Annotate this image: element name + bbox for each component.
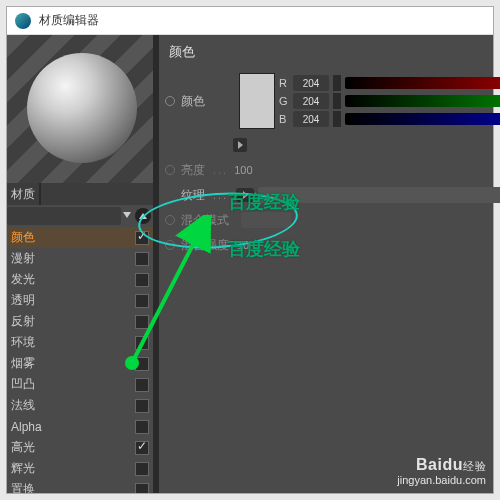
channel-label: 反射 [11, 313, 35, 330]
g-value-input[interactable]: 204 [293, 93, 329, 109]
channel-checkbox[interactable] [135, 420, 149, 434]
texture-label: 纹理 [181, 187, 205, 204]
channel-row[interactable]: 辉光 [7, 458, 155, 479]
channel-label: 颜色 [11, 229, 35, 246]
channel-label: 发光 [11, 271, 35, 288]
texture-slot[interactable] [258, 187, 500, 203]
app-icon [15, 13, 31, 29]
material-name-input[interactable] [43, 183, 155, 205]
channel-row[interactable]: 凹凸 [7, 374, 155, 395]
channel-row[interactable]: 烟雾 [7, 353, 155, 374]
b-spinner[interactable] [333, 111, 341, 127]
dots: ... [213, 189, 228, 201]
channel-checkbox[interactable] [135, 378, 149, 392]
expand-toggle-icon[interactable] [165, 96, 175, 106]
channel-label: 辉光 [11, 460, 35, 477]
channel-checkbox[interactable] [135, 273, 149, 287]
shader-row [7, 205, 155, 227]
color-model-row [233, 135, 500, 155]
rgb-row-b: B 204 [279, 111, 500, 127]
triangle-up-icon [139, 213, 147, 219]
channel-label: 透明 [11, 292, 35, 309]
g-label: G [279, 95, 293, 107]
color-label: 颜色 [181, 93, 231, 110]
blend-strength-value[interactable]: 10 [237, 239, 249, 251]
expand-toggle-icon[interactable] [165, 240, 175, 250]
g-slider[interactable] [345, 95, 500, 107]
nav-button[interactable] [135, 208, 151, 224]
channel-row[interactable]: 置换 [7, 479, 155, 493]
texture-row: 纹理 ... [165, 185, 500, 205]
g-spinner[interactable] [333, 93, 341, 109]
channel-list: 颜色漫射发光透明反射环境烟雾凹凸法线Alpha高光辉光置换 [7, 227, 155, 493]
channel-checkbox[interactable] [135, 399, 149, 413]
channel-checkbox[interactable] [135, 231, 149, 245]
channel-checkbox[interactable] [135, 462, 149, 476]
channel-label: 环境 [11, 334, 35, 351]
channel-row[interactable]: 法线 [7, 395, 155, 416]
brightness-label: 亮度 [181, 162, 205, 179]
app-body: 材质 颜色漫射发光透明反射环境烟雾凹凸法线Alpha高光辉光置换 颜色 颜色 [7, 35, 493, 493]
blend-strength-label: 混合强度 [181, 237, 229, 254]
shader-dropdown[interactable] [7, 207, 121, 225]
r-spinner[interactable] [333, 75, 341, 91]
channel-label: 漫射 [11, 250, 35, 267]
blend-strength-row: 混合强度 10 [165, 235, 500, 255]
separator [39, 183, 41, 205]
channel-checkbox[interactable] [135, 483, 149, 494]
channel-label: 凹凸 [11, 376, 35, 393]
r-value-input[interactable]: 204 [293, 75, 329, 91]
color-model-expand[interactable] [233, 138, 247, 152]
channel-row[interactable]: 发光 [7, 269, 155, 290]
rgb-stack: R 204 G 204 B 204 [279, 75, 500, 127]
rgb-row-g: G 204 [279, 93, 500, 109]
b-value-input[interactable]: 204 [293, 111, 329, 127]
b-slider[interactable] [345, 113, 500, 125]
preview-sphere [27, 53, 137, 163]
b-label: B [279, 113, 293, 125]
channel-checkbox[interactable] [135, 441, 149, 455]
channel-row[interactable]: 反射 [7, 311, 155, 332]
window-title: 材质编辑器 [39, 12, 99, 29]
dots: ... [213, 164, 228, 176]
channel-label: 置换 [11, 481, 35, 493]
channel-label: 烟雾 [11, 355, 35, 372]
channel-label: 法线 [11, 397, 35, 414]
triangle-right-icon [238, 141, 243, 149]
right-panel: 颜色 颜色 R 204 G 204 [155, 35, 500, 493]
section-title: 颜色 [165, 43, 500, 61]
channel-label: Alpha [11, 420, 42, 434]
channel-checkbox[interactable] [135, 294, 149, 308]
material-preview[interactable] [7, 35, 155, 183]
expand-toggle-icon[interactable] [165, 215, 175, 225]
channel-row[interactable]: 高光 [7, 437, 155, 458]
left-column: 材质 颜色漫射发光透明反射环境烟雾凹凸法线Alpha高光辉光置换 [7, 35, 155, 493]
brightness-row: 亮度 ... 100 [165, 160, 500, 180]
chevron-down-icon[interactable] [123, 212, 131, 220]
color-swatch[interactable] [239, 73, 275, 129]
blend-mode-dropdown[interactable] [241, 212, 291, 228]
channel-checkbox[interactable] [135, 252, 149, 266]
app-window: 材质编辑器 材质 颜色漫射发光透明反射环境烟雾凹凸法线Alpha高光辉光置换 颜… [6, 6, 494, 494]
channel-row[interactable]: Alpha [7, 416, 155, 437]
blend-mode-label: 混合模式 [181, 212, 229, 229]
channel-row[interactable]: 透明 [7, 290, 155, 311]
material-name-label: 材质 [7, 186, 39, 203]
titlebar[interactable]: 材质编辑器 [7, 7, 493, 35]
material-name-row: 材质 [7, 183, 155, 205]
channel-row[interactable]: 漫射 [7, 248, 155, 269]
channel-row[interactable]: 环境 [7, 332, 155, 353]
channel-row[interactable]: 颜色 [7, 227, 155, 248]
channel-label: 高光 [11, 439, 35, 456]
color-row: 颜色 R 204 G 204 [165, 73, 500, 129]
panel-divider[interactable] [153, 35, 159, 493]
blend-mode-row: 混合模式 [165, 210, 500, 230]
brightness-value[interactable]: 100 [234, 164, 252, 176]
channel-checkbox[interactable] [135, 357, 149, 371]
triangle-right-icon [243, 191, 248, 199]
texture-picker-button[interactable] [236, 188, 254, 202]
expand-toggle-icon[interactable] [165, 165, 175, 175]
channel-checkbox[interactable] [135, 315, 149, 329]
channel-checkbox[interactable] [135, 336, 149, 350]
r-slider[interactable] [345, 77, 500, 89]
